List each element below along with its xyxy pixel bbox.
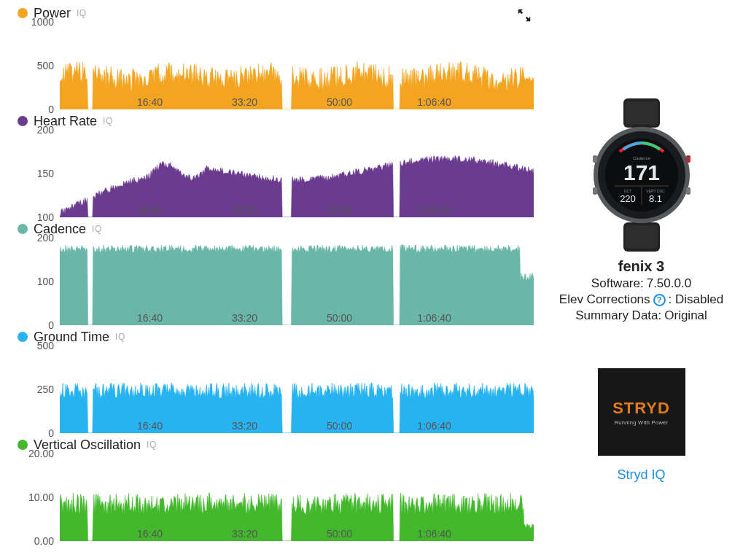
svg-text:220: 220 (620, 193, 636, 204)
device-image: Cadence 171 GCT 220 VERT OSC 8.1 (576, 95, 707, 255)
svg-rect-13 (593, 155, 597, 163)
y-tick: 200 (37, 124, 54, 136)
plot-area[interactable]: 16:4033:2050:001:06:40 (60, 346, 535, 436)
svg-text:8.1: 8.1 (648, 193, 661, 204)
iq-badge: IQ (92, 224, 102, 234)
y-tick: 500 (37, 340, 54, 351)
x-tick: 16:40 (137, 312, 163, 324)
plot-area[interactable]: 16:4033:2050:001:06:40 (60, 238, 535, 328)
y-tick: 200 (37, 232, 54, 244)
y-tick: 0.00 (34, 535, 54, 547)
x-tick: 16:40 (137, 96, 163, 108)
iq-badge: IQ (77, 8, 87, 18)
stryd-logo-box: STRYD Running With Power (598, 368, 685, 456)
help-icon[interactable]: ? (653, 294, 666, 306)
x-tick: 33:20 (232, 204, 257, 216)
x-tick: 16:40 (137, 528, 163, 540)
x-tick: 50:00 (327, 528, 352, 540)
series-dot (17, 440, 28, 450)
svg-rect-2 (626, 101, 658, 125)
chart-title-ground_time: Ground TimeIQ (6, 328, 540, 346)
y-axis: 0100200 (6, 238, 57, 328)
device-software: Software: 7.50.0.0 (591, 276, 691, 291)
series-dot (17, 224, 28, 234)
x-tick: 50:00 (327, 420, 352, 432)
chart-power: PowerIQ0500100016:4033:2050:001:06:40 (6, 4, 540, 112)
y-tick: 100 (37, 276, 54, 287)
y-tick: 1000 (31, 16, 54, 28)
x-tick: 1:06:40 (417, 528, 451, 540)
chart-title-power: PowerIQ (6, 4, 540, 22)
plot-area[interactable]: 16:4033:2050:001:06:40 (60, 22, 535, 112)
x-tick: 50:00 (327, 312, 352, 324)
x-tick: 50:00 (327, 96, 352, 108)
iq-badge: IQ (147, 440, 157, 450)
chart-title-cadence: CadenceIQ (6, 220, 540, 238)
x-tick: 16:40 (137, 204, 163, 216)
charts-column: PowerIQ0500100016:4033:2050:001:06:40Hea… (0, 0, 540, 560)
x-tick: 33:20 (232, 528, 257, 540)
x-tick: 1:06:40 (417, 96, 451, 108)
iq-badge: IQ (103, 116, 113, 126)
sidebar: Cadence 171 GCT 220 VERT OSC 8.1 fenix 3… (540, 0, 743, 560)
y-axis: 100150200 (6, 130, 57, 220)
x-tick: 33:20 (232, 312, 257, 324)
chart-title-vertical_osc: Vertical OscillationIQ (6, 436, 540, 454)
x-tick: 33:20 (232, 96, 257, 108)
chart-title-heart_rate: Heart RateIQ (6, 112, 540, 130)
y-axis: 0250500 (6, 346, 57, 436)
x-tick: 1:06:40 (417, 204, 451, 216)
chart-cadence: CadenceIQ010020016:4033:2050:001:06:40 (6, 220, 540, 328)
y-axis: 0.0010.0020.00 (6, 454, 57, 544)
chart-heart_rate: Heart RateIQ10015020016:4033:2050:001:06… (6, 112, 540, 220)
x-tick: 1:06:40 (417, 420, 451, 432)
series-dot (17, 116, 28, 126)
svg-rect-15 (686, 155, 691, 163)
y-tick: 150 (37, 168, 54, 179)
device-elev: Elev Corrections ? : Disabled (559, 292, 723, 307)
device-summary: Summary Data: Original (575, 308, 707, 323)
series-dot (17, 332, 28, 342)
y-tick: 20.00 (28, 448, 54, 459)
svg-rect-14 (593, 187, 597, 195)
plot-area[interactable]: 16:4033:2050:001:06:40 (60, 454, 535, 544)
chart-vertical_osc: Vertical OscillationIQ0.0010.0020.0016:4… (6, 436, 540, 544)
x-tick: 50:00 (327, 204, 352, 216)
expand-icon[interactable] (516, 7, 532, 23)
series-dot (17, 8, 28, 18)
y-tick: 500 (37, 60, 54, 71)
y-tick: 250 (37, 384, 54, 395)
x-tick: 1:06:40 (417, 312, 451, 324)
svg-rect-3 (626, 225, 658, 249)
svg-rect-16 (686, 187, 691, 195)
y-axis: 05001000 (6, 22, 57, 112)
y-tick: 10.00 (28, 491, 54, 503)
x-tick: 16:40 (137, 420, 163, 432)
chart-ground_time: Ground TimeIQ025050016:4033:2050:001:06:… (6, 328, 540, 436)
plot-area[interactable]: 16:4033:2050:001:06:40 (60, 130, 535, 220)
watch-cadence-value: 171 (623, 160, 659, 184)
device-name: fenix 3 (618, 258, 664, 275)
stryd-iq-link[interactable]: Stryd IQ (617, 467, 665, 483)
iq-badge: IQ (115, 332, 125, 342)
x-tick: 33:20 (232, 420, 257, 432)
